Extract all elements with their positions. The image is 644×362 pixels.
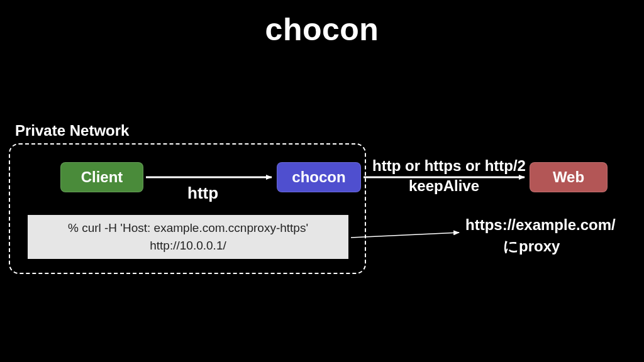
arrow-label-protocol: http or https or http/2 bbox=[372, 157, 526, 175]
curl-command-box: % curl -H 'Host: example.com.ccnproxy-ht… bbox=[28, 215, 348, 259]
client-node: Client bbox=[60, 162, 143, 192]
slide-title: chocon bbox=[0, 11, 644, 48]
chocon-node: chocon bbox=[277, 162, 361, 192]
proxy-label: にproxy bbox=[503, 236, 560, 256]
arrow-label-keepalive: keepAlive bbox=[409, 177, 479, 195]
web-node: Web bbox=[530, 162, 608, 192]
private-network-label: Private Network bbox=[15, 122, 129, 140]
curl-line-2: http://10.0.0.1/ bbox=[150, 237, 226, 255]
arrow-label-http: http bbox=[187, 184, 218, 203]
proxy-target-label: https://example.com/ bbox=[465, 216, 616, 234]
arrow-curl-proxy bbox=[351, 233, 459, 238]
curl-line-1: % curl -H 'Host: example.com.ccnproxy-ht… bbox=[68, 219, 308, 238]
